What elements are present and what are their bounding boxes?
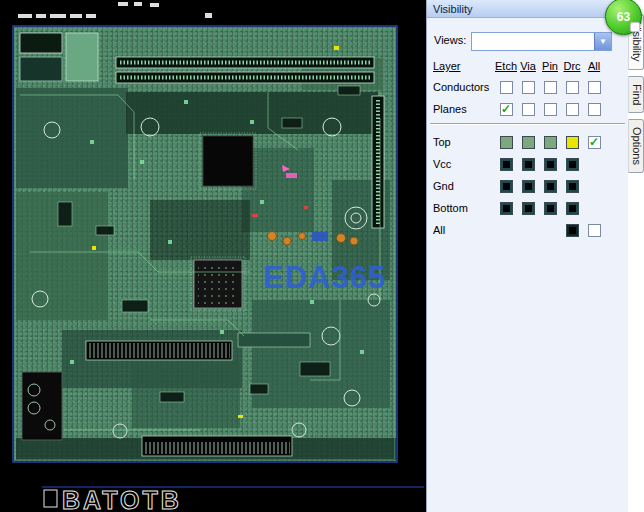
layer-row-all: All xyxy=(427,219,628,241)
gnd-pin-swatch[interactable] xyxy=(544,180,557,193)
bga-chip xyxy=(191,257,245,311)
row-label: Bottom xyxy=(433,202,495,214)
layer-row-bottom: Bottom xyxy=(427,197,628,219)
layer-row-vcc: Vcc xyxy=(427,153,628,175)
footer-outline-text: BATOTB xyxy=(62,486,182,512)
column-header-drc: Drc xyxy=(561,60,583,72)
layer-row-top: Top xyxy=(427,131,628,153)
row-planes: Planes xyxy=(427,98,628,120)
planes-pin-checkbox[interactable] xyxy=(544,103,557,116)
conductors-etch-checkbox[interactable] xyxy=(500,81,513,94)
row-label: All xyxy=(433,224,495,236)
badge-dot xyxy=(630,22,640,32)
planes-etch-checkbox[interactable] xyxy=(500,103,513,116)
planes-via-checkbox[interactable] xyxy=(522,103,535,116)
all-layers-swatch[interactable] xyxy=(566,224,579,237)
column-header-etch: Etch xyxy=(495,60,517,72)
chevron-down-icon[interactable]: ▼ xyxy=(594,33,611,50)
all-layers-checkbox[interactable] xyxy=(588,224,601,237)
conductors-via-checkbox[interactable] xyxy=(522,81,535,94)
cpu-chip xyxy=(200,133,256,189)
views-label: Views: xyxy=(434,34,466,46)
vcc-drc-swatch[interactable] xyxy=(566,158,579,171)
column-header-all: All xyxy=(583,60,605,72)
tab-find-label: Find xyxy=(631,84,643,105)
layer-row-gnd: Gnd xyxy=(427,175,628,197)
gnd-via-swatch[interactable] xyxy=(522,180,535,193)
vertical-connector xyxy=(372,96,384,228)
top-via-swatch[interactable] xyxy=(522,136,535,149)
layer-column-header: Layer xyxy=(433,60,495,72)
row-label: Top xyxy=(433,136,495,148)
row-conductors: Conductors xyxy=(427,76,628,98)
conductors-drc-checkbox[interactable] xyxy=(566,81,579,94)
visibility-grid: Layer Etch Via Pin Drc All Conductors Pl… xyxy=(427,56,628,241)
top-all-checkbox[interactable] xyxy=(588,136,601,149)
app-window: EDA365 BATOTB Visibility Views: xyxy=(0,0,644,512)
bottom-drc-swatch[interactable] xyxy=(566,202,579,215)
pcb-canvas[interactable]: EDA365 BATOTB xyxy=(0,0,426,512)
conductors-pin-checkbox[interactable] xyxy=(544,81,557,94)
watermark-text: EDA365 xyxy=(263,260,386,295)
section-separator xyxy=(430,123,625,131)
top-etch-swatch[interactable] xyxy=(500,136,513,149)
bottom-etch-swatch[interactable] xyxy=(500,202,513,215)
green-badge-label: 63 xyxy=(617,10,630,24)
pcb-board-graphic: EDA365 BATOTB xyxy=(0,0,426,512)
row-label: Planes xyxy=(433,103,495,115)
planes-drc-checkbox[interactable] xyxy=(566,103,579,116)
io-connectors xyxy=(20,33,98,81)
gnd-drc-swatch[interactable] xyxy=(566,180,579,193)
tab-options[interactable]: Options xyxy=(628,119,644,173)
bottom-via-swatch[interactable] xyxy=(522,202,535,215)
bottom-pin-swatch[interactable] xyxy=(544,202,557,215)
views-row: Views: ▼ xyxy=(427,30,628,52)
conductors-all-checkbox[interactable] xyxy=(588,81,601,94)
tab-options-label: Options xyxy=(631,127,643,165)
top-pin-swatch[interactable] xyxy=(544,136,557,149)
panel-title: Visibility xyxy=(433,3,473,15)
grid-header-row: Layer Etch Via Pin Drc All xyxy=(427,56,628,76)
column-header-via: Via xyxy=(517,60,539,72)
blue-component xyxy=(312,232,328,241)
panel-titlebar: Visibility xyxy=(427,0,628,18)
vcc-pin-swatch[interactable] xyxy=(544,158,557,171)
tab-find[interactable]: Find xyxy=(628,76,644,113)
visibility-panel: Visibility Views: ▼ Layer Etch Via xyxy=(426,0,628,512)
row-label: Conductors xyxy=(433,81,495,93)
gnd-etch-swatch[interactable] xyxy=(500,180,513,193)
side-tabstrip: Visibility Find Options xyxy=(628,0,644,512)
row-label: Gnd xyxy=(433,180,495,192)
row-label: Vcc xyxy=(433,158,495,170)
views-dropdown[interactable]: ▼ xyxy=(471,32,612,51)
vcc-via-swatch[interactable] xyxy=(522,158,535,171)
planes-all-checkbox[interactable] xyxy=(588,103,601,116)
top-drc-swatch[interactable] xyxy=(566,136,579,149)
column-header-pin: Pin xyxy=(539,60,561,72)
vcc-etch-swatch[interactable] xyxy=(500,158,513,171)
